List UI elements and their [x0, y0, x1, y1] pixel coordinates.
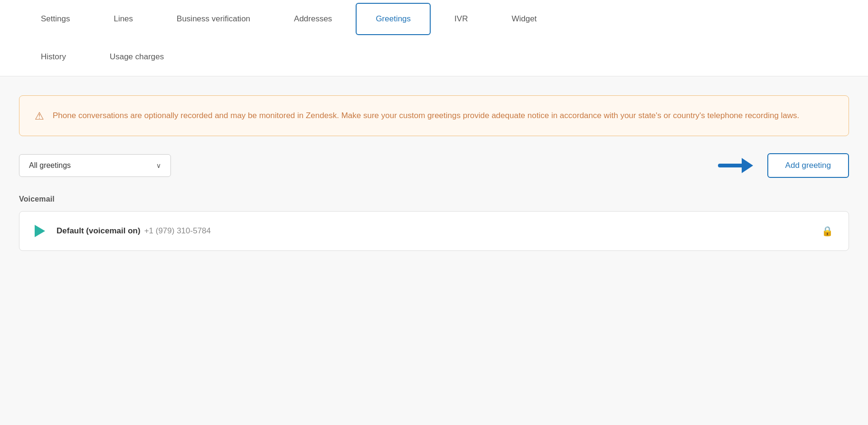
voicemail-title: Default (voicemail on) — [57, 226, 141, 236]
alert-text: Phone conversations are optionally recor… — [53, 109, 799, 122]
nav-tab-lines[interactable]: Lines — [94, 3, 153, 35]
warning-icon: ⚠ — [35, 110, 44, 122]
voicemail-section: Voicemail Default (voicemail on) +1 (979… — [19, 195, 849, 251]
main-content: ⚠ Phone conversations are optionally rec… — [0, 76, 868, 270]
voicemail-card: Default (voicemail on) +1 (979) 310-5784… — [19, 211, 849, 251]
nav-tab-addresses[interactable]: Addresses — [274, 3, 352, 35]
section-label: Voicemail — [19, 195, 849, 203]
play-button[interactable] — [35, 225, 45, 237]
add-greeting-button[interactable]: Add greeting — [767, 153, 849, 178]
nav-tab-greetings[interactable]: Greetings — [356, 3, 431, 35]
nav-row-2: HistoryUsage charges — [19, 38, 849, 76]
nav-tab-widget[interactable]: Widget — [491, 3, 557, 35]
greetings-dropdown[interactable]: All greetings ∨ — [19, 154, 171, 177]
alert-box: ⚠ Phone conversations are optionally rec… — [19, 95, 849, 136]
lock-icon: 🔒 — [821, 225, 833, 237]
filter-add-row: All greetings ∨ Add greeting — [19, 153, 849, 178]
nav-container: SettingsLinesBusiness verificationAddres… — [0, 0, 868, 76]
nav-tab-history[interactable]: History — [21, 41, 86, 73]
dropdown-label: All greetings — [29, 161, 71, 170]
voicemail-phone: +1 (979) 310-5784 — [144, 226, 211, 236]
voicemail-info: Default (voicemail on) +1 (979) 310-5784 — [57, 226, 810, 236]
right-side: Add greeting — [718, 153, 849, 178]
nav-tab-usage-charges[interactable]: Usage charges — [90, 41, 184, 73]
arrow-icon — [718, 154, 756, 177]
nav-tab-business-verification[interactable]: Business verification — [157, 3, 270, 35]
nav-tab-settings[interactable]: Settings — [21, 3, 90, 35]
nav-row-1: SettingsLinesBusiness verificationAddres… — [19, 0, 849, 38]
chevron-down-icon: ∨ — [156, 162, 161, 169]
voicemail-row: Default (voicemail on) +1 (979) 310-5784… — [19, 212, 849, 250]
nav-tab-ivr[interactable]: IVR — [434, 3, 488, 35]
